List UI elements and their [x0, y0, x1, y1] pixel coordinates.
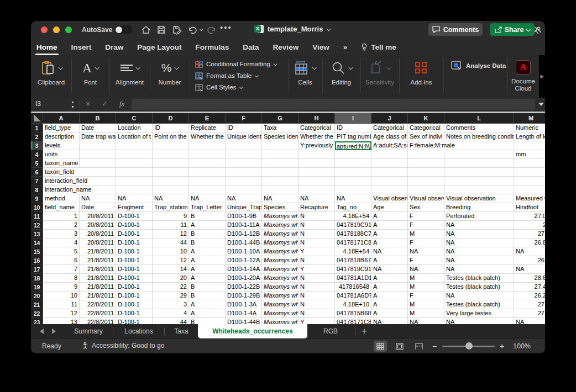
cell-E14[interactable]: B: [189, 239, 226, 247]
cell-J13[interactable]: A: [371, 230, 408, 239]
cell-H23[interactable]: Y: [299, 318, 335, 324]
cell-H14[interactable]: N: [299, 239, 335, 247]
cell-G5[interactable]: [262, 159, 299, 168]
tab-overflow[interactable]: »: [343, 43, 348, 51]
cell-I23[interactable]: 04178171C8: [335, 318, 371, 324]
cell-I4[interactable]: [335, 150, 371, 159]
alignment-group[interactable]: Alignment: [109, 55, 150, 98]
cell-J10[interactable]: Age: [371, 203, 408, 212]
cell-A4[interactable]: units: [43, 150, 80, 159]
tab-view[interactable]: View: [312, 43, 329, 51]
cell-F12[interactable]: D100-1-11A: [226, 221, 262, 230]
cell-B5[interactable]: [80, 159, 116, 168]
cell-H7[interactable]: [299, 177, 335, 186]
zoom-window-icon[interactable]: [65, 27, 72, 33]
cell-J11[interactable]: A: [371, 212, 408, 221]
cell-K16[interactable]: F: [408, 256, 444, 265]
cell-B12[interactable]: 20/8/2011: [80, 221, 116, 230]
undo-icon[interactable]: [187, 25, 197, 35]
cell-D1[interactable]: ID: [153, 124, 189, 133]
cell-K6[interactable]: [408, 168, 444, 177]
cell-C8[interactable]: [116, 186, 153, 194]
cell-B22[interactable]: 22/8/2011: [80, 309, 116, 318]
cell-J20[interactable]: A: [371, 292, 408, 300]
cell-A1[interactable]: field_type: [43, 124, 80, 133]
cell-K3[interactable]: F:female;M:male: [408, 141, 444, 150]
name-box[interactable]: I3: [35, 100, 41, 108]
cell-G2[interactable]: Species ident: [262, 133, 299, 141]
cell-D10[interactable]: Trap_station: [153, 203, 189, 212]
cell-A2[interactable]: description: [43, 133, 80, 141]
cell-A5[interactable]: taxon_name: [43, 159, 80, 168]
cell-L6[interactable]: [444, 168, 514, 177]
cell-B21[interactable]: 22/8/2011: [80, 300, 116, 309]
cell-L19[interactable]: Testes (black patch): [444, 283, 514, 292]
cell-K17[interactable]: NA: [408, 265, 444, 274]
cell-E8[interactable]: [189, 186, 226, 194]
row-header-22[interactable]: 22: [31, 309, 43, 318]
cell-F10[interactable]: Unique_Trap: [226, 203, 262, 212]
page-layout-view-button[interactable]: [393, 341, 406, 352]
cell-G21[interactable]: Maxomys whi: [262, 300, 299, 309]
cell-I3[interactable]: aptured;N:N: [335, 141, 371, 150]
cell-G8[interactable]: [262, 186, 299, 194]
cell-J17[interactable]: NA: [371, 265, 408, 274]
cell-J4[interactable]: [371, 150, 408, 159]
cell-I16[interactable]: 0417818B67: [335, 256, 371, 265]
cell-I21[interactable]: 4.18E+10: [335, 300, 371, 309]
enter-icon[interactable]: ✓: [102, 99, 108, 108]
cell-E16[interactable]: A: [189, 256, 226, 265]
name-box-stepper[interactable]: ▲▼: [71, 99, 75, 109]
row-header-18[interactable]: 18: [31, 274, 43, 283]
cell-C15[interactable]: D-100-1: [116, 247, 153, 256]
cell-E1[interactable]: Replicate: [189, 124, 226, 133]
cell-C21[interactable]: D-100-1: [116, 300, 153, 309]
row-header-4[interactable]: 4: [31, 150, 43, 159]
cell-G9[interactable]: NA: [262, 194, 299, 203]
conditional-formatting-button[interactable]: Conditional Formatting: [195, 60, 276, 68]
cell-M23[interactable]: NA: [514, 318, 545, 324]
cell-E7[interactable]: [189, 177, 226, 186]
cell-L7[interactable]: [444, 177, 514, 186]
cell-I13[interactable]: 04178188C7: [335, 230, 371, 239]
cell-C7[interactable]: [116, 177, 153, 186]
cell-M8[interactable]: [514, 186, 545, 194]
comments-button[interactable]: Comments: [428, 23, 483, 36]
row-header-9[interactable]: 9: [31, 194, 43, 203]
cell-A20[interactable]: 10: [43, 292, 80, 300]
cell-H16[interactable]: N: [299, 256, 335, 265]
cell-D4[interactable]: [153, 150, 189, 159]
cell-E12[interactable]: A: [189, 221, 226, 230]
cell-H19[interactable]: N: [299, 283, 335, 292]
cell-E11[interactable]: B: [189, 212, 226, 221]
cell-G23[interactable]: Maxomys whi: [262, 318, 299, 324]
cell-H11[interactable]: N: [299, 212, 335, 221]
cell-L14[interactable]: NA: [444, 239, 514, 247]
cell-C6[interactable]: [116, 168, 153, 177]
cell-K11[interactable]: F: [408, 212, 444, 221]
cell-H10[interactable]: Recapture: [299, 203, 335, 212]
cell-F16[interactable]: D100-1-12A: [226, 256, 262, 265]
cell-E23[interactable]: B: [189, 318, 226, 324]
cell-M21[interactable]: 27.: [514, 300, 545, 309]
row-header-11[interactable]: 11: [31, 212, 43, 221]
cell-F3[interactable]: [226, 141, 262, 150]
cell-E2[interactable]: Whether the: [189, 133, 226, 141]
cell-A7[interactable]: interaction_field: [43, 177, 80, 186]
sheet-tab-rgb[interactable]: RGB: [307, 324, 354, 338]
sheet-tab-summary[interactable]: Summary: [64, 324, 113, 338]
cell-I2[interactable]: PIT tag numb: [335, 133, 371, 141]
cell-D6[interactable]: [153, 168, 189, 177]
cell-K12[interactable]: F: [408, 221, 444, 230]
cell-H8[interactable]: [299, 186, 335, 194]
cell-M1[interactable]: Numeric: [514, 124, 545, 133]
cell-I9[interactable]: NA: [335, 194, 371, 203]
cell-M13[interactable]: 27.: [514, 230, 545, 239]
cell-F20[interactable]: D100-1-29B: [226, 292, 262, 300]
cell-J18[interactable]: A: [371, 274, 408, 283]
cell-C3[interactable]: [116, 141, 153, 150]
cell-L9[interactable]: Visual observation: [444, 194, 514, 203]
sheet-prev-icon[interactable]: [40, 329, 44, 334]
cell-K23[interactable]: NA: [408, 318, 444, 324]
cell-C1[interactable]: Location: [116, 124, 153, 133]
